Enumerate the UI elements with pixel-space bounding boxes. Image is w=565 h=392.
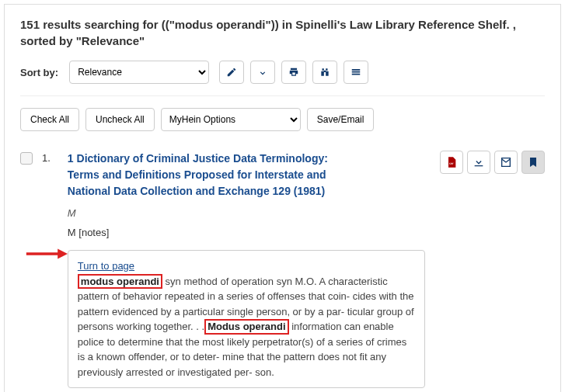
result-notes: M [notes] [68,227,431,238]
sort-label: Sort by: [20,67,58,78]
myhein-options-select[interactable]: MyHein Options [161,108,301,131]
result-snippet: Turn to page modus operandi syn method o… [68,250,425,388]
list-view-icon[interactable] [344,61,368,84]
result-row: 1. 1 Dictionary of Criminal Justice Data… [20,151,545,388]
uncheck-all-button[interactable]: Uncheck All [85,108,155,131]
sort-row: Sort by: Relevance [20,61,545,96]
count: 151 [20,18,40,31]
email-icon[interactable] [494,151,518,174]
save-email-button[interactable]: Save/Email [307,108,375,131]
down-arrow-icon[interactable] [250,61,275,84]
search-results-panel: 151 results searching for (("modus opera… [4,4,561,392]
sort-select[interactable]: Relevance [69,61,209,84]
bulk-toolbar: Check All Uncheck All MyHein Options Sav… [20,108,545,131]
search-term: modus operandi [175,18,266,31]
download-icon[interactable] [467,151,490,174]
edit-icon[interactable] [219,61,244,84]
result-index: 1. [42,152,51,388]
binoculars-icon[interactable] [312,61,337,84]
bookmark-icon[interactable] [521,151,545,174]
pdf-icon[interactable] [440,151,463,174]
annotation-arrow-icon [25,246,68,262]
highlight-term: modus operandi [78,274,162,290]
print-icon[interactable] [281,61,306,84]
turn-to-page-link[interactable]: Turn to page [78,260,134,272]
svg-marker-1 [58,249,68,259]
prefix: results searching for ((" [43,18,175,31]
result-subtitle: M [68,207,431,219]
result-actions [440,151,545,388]
highlight-term: Modus operandi [204,319,288,335]
results-count-header: 151 results searching for (("modus opera… [20,16,545,49]
result-checkbox[interactable] [20,152,33,165]
result-title-link[interactable]: 1 Dictionary of Criminal Justice Data Te… [68,151,355,199]
check-all-button[interactable]: Check All [20,108,79,131]
